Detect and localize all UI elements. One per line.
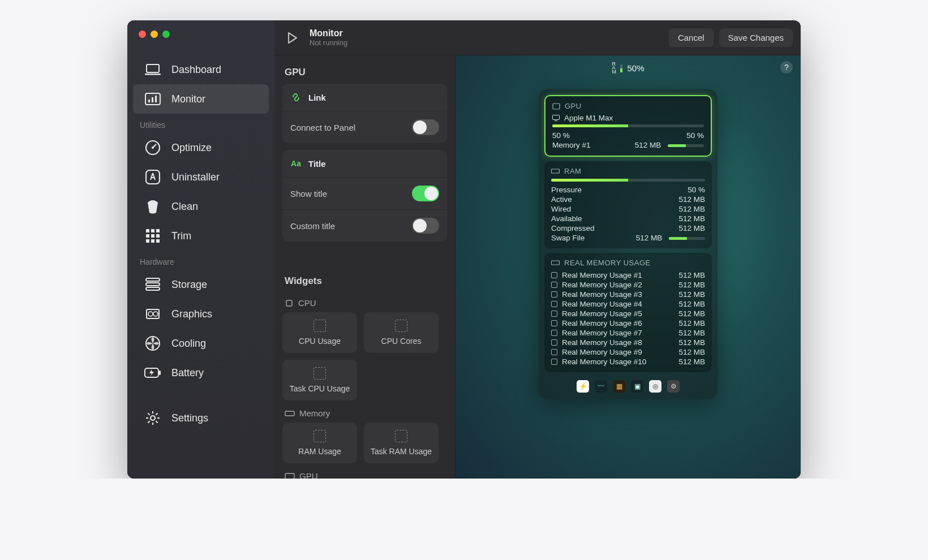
sidebar-item-label: Battery bbox=[171, 367, 204, 379]
gpu-memory-value: 512 MB bbox=[635, 141, 661, 149]
widget-task-ram-usage[interactable]: Task RAM Usage bbox=[364, 423, 439, 463]
sidebar-item-dashboard[interactable]: Dashboard bbox=[133, 55, 269, 84]
config-column[interactable]: GPU Link Connect to Panel bbox=[274, 55, 456, 479]
sidebar-item-monitor[interactable]: Monitor bbox=[133, 84, 269, 114]
sidebar-item-label: Graphics bbox=[171, 308, 212, 320]
sidebar-item-battery[interactable]: Battery bbox=[133, 358, 269, 387]
widget-ram-usage[interactable]: RAM Usage bbox=[282, 423, 357, 463]
widget-icon bbox=[395, 430, 407, 442]
svg-rect-43 bbox=[552, 169, 560, 173]
preview-column: RAM 50% ? GPU Apple M1 Max bbox=[456, 55, 801, 479]
app-placeholder-icon bbox=[551, 320, 557, 326]
app-placeholder-icon bbox=[551, 359, 557, 365]
memory-icon bbox=[551, 260, 560, 266]
chip-icon bbox=[285, 299, 294, 308]
gpu-usage-bar bbox=[552, 124, 704, 127]
svg-rect-44 bbox=[552, 261, 560, 265]
panel-ram-section: RAM Pressure50 % Active512 MB Wired512 M… bbox=[544, 161, 712, 248]
link-heading: Link bbox=[308, 93, 439, 102]
rmu-row: Real Memory Usage #7512 MB bbox=[551, 328, 705, 338]
close-window-icon[interactable] bbox=[139, 31, 146, 38]
app-icon bbox=[144, 169, 161, 186]
swap-bar bbox=[669, 237, 705, 240]
chart-icon bbox=[144, 91, 161, 107]
main: Monitor Not running Cancel Save Changes … bbox=[274, 20, 801, 479]
svg-rect-15 bbox=[156, 234, 160, 238]
svg-point-23 bbox=[148, 312, 153, 316]
help-button[interactable]: ? bbox=[780, 61, 793, 74]
sidebar-item-optimize[interactable]: Optimize bbox=[133, 133, 269, 162]
rmu-row: Real Memory Usage #10512 MB bbox=[551, 357, 705, 367]
ram-icon bbox=[551, 168, 560, 174]
app-placeholder-icon bbox=[551, 339, 557, 346]
status-percent: 50% bbox=[627, 63, 644, 73]
show-title-toggle[interactable] bbox=[412, 186, 439, 201]
sidebar-item-graphics[interactable]: Graphics bbox=[133, 299, 269, 329]
disks-icon bbox=[144, 276, 161, 293]
connect-to-panel-toggle[interactable] bbox=[412, 119, 439, 135]
connect-to-panel-label: Connect to Panel bbox=[290, 123, 412, 132]
svg-point-24 bbox=[153, 312, 158, 316]
widget-cpu-usage[interactable]: CPU Usage bbox=[282, 312, 357, 353]
svg-line-33 bbox=[148, 413, 150, 415]
sidebar-item-uninstaller[interactable]: Uninstaller bbox=[133, 162, 269, 192]
gpu-small-icon bbox=[285, 472, 295, 479]
svg-line-34 bbox=[156, 421, 158, 423]
custom-title-toggle[interactable] bbox=[412, 218, 439, 234]
svg-rect-1 bbox=[145, 74, 161, 75]
svg-rect-4 bbox=[152, 97, 153, 102]
app-placeholder-icon bbox=[551, 291, 557, 298]
sidebar-item-clean[interactable]: Clean bbox=[133, 192, 269, 221]
widget-task-cpu-usage[interactable]: Task CPU Usage bbox=[282, 360, 357, 400]
sidebar-item-label: Trim bbox=[171, 230, 191, 242]
dock-icon-power[interactable]: ⚡ bbox=[577, 380, 589, 393]
panel-rmu-section: REAL MEMORY USAGE Real Memory Usage #151… bbox=[544, 253, 712, 372]
svg-rect-13 bbox=[146, 234, 149, 238]
display-icon bbox=[552, 115, 560, 121]
gpu-usage-right: 50 % bbox=[686, 131, 704, 140]
dock-icon-terminal[interactable]: ▣ bbox=[631, 380, 643, 393]
play-icon bbox=[287, 32, 298, 44]
dock-icon-chip[interactable]: ▦ bbox=[613, 380, 625, 393]
svg-rect-38 bbox=[285, 411, 294, 416]
app-placeholder-icon bbox=[551, 282, 557, 288]
svg-line-36 bbox=[148, 421, 150, 423]
svg-rect-16 bbox=[146, 239, 149, 243]
gpu-device: Apple M1 Max bbox=[564, 114, 613, 122]
title-block: Monitor Not running bbox=[310, 28, 669, 47]
sidebar-item-label: Settings bbox=[171, 412, 208, 424]
cancel-button[interactable]: Cancel bbox=[669, 28, 714, 47]
panel-gpu-section: GPU Apple M1 Max 50 % 50 % Memory #1 bbox=[544, 95, 712, 157]
rmu-row: Real Memory Usage #2512 MB bbox=[551, 280, 705, 290]
laptop-icon bbox=[144, 61, 161, 78]
sidebar-item-label: Dashboard bbox=[171, 64, 221, 76]
save-changes-button[interactable]: Save Changes bbox=[719, 28, 793, 47]
sidebar-item-cooling[interactable]: Cooling bbox=[133, 329, 269, 358]
dock-icon-disk[interactable]: ◎ bbox=[649, 380, 661, 393]
dock-icon-settings[interactable]: ⚙ bbox=[667, 380, 680, 393]
widget-group-cpu: CPU bbox=[274, 292, 455, 312]
window-controls bbox=[127, 31, 274, 38]
sidebar-item-label: Storage bbox=[171, 279, 207, 291]
sidebar-item-trim[interactable]: Trim bbox=[133, 221, 269, 251]
widget-group-gpu: GPU bbox=[274, 466, 455, 479]
sidebar-item-label: Cooling bbox=[171, 338, 206, 350]
title-heading: Title bbox=[308, 159, 439, 169]
svg-line-35 bbox=[156, 413, 158, 415]
play-button[interactable] bbox=[282, 28, 303, 48]
grid-icon bbox=[144, 227, 161, 244]
topbar: Monitor Not running Cancel Save Changes bbox=[274, 20, 801, 55]
svg-rect-3 bbox=[148, 100, 150, 102]
show-title-label: Show title bbox=[290, 189, 412, 199]
fullscreen-window-icon[interactable] bbox=[162, 31, 170, 38]
sidebar-section-hardware: Hardware bbox=[127, 251, 274, 270]
sidebar-item-storage[interactable]: Storage bbox=[133, 270, 269, 299]
svg-rect-14 bbox=[151, 234, 154, 238]
widget-cpu-cores[interactable]: CPU Cores bbox=[364, 312, 439, 353]
link-card: Link Connect to Panel bbox=[282, 84, 447, 143]
sidebar-item-settings[interactable]: Settings bbox=[133, 403, 269, 433]
dock-icon-activity[interactable]: 〰 bbox=[595, 380, 607, 393]
minimize-window-icon[interactable] bbox=[151, 31, 158, 38]
svg-rect-41 bbox=[553, 115, 560, 120]
page-subtitle: Not running bbox=[310, 38, 669, 47]
